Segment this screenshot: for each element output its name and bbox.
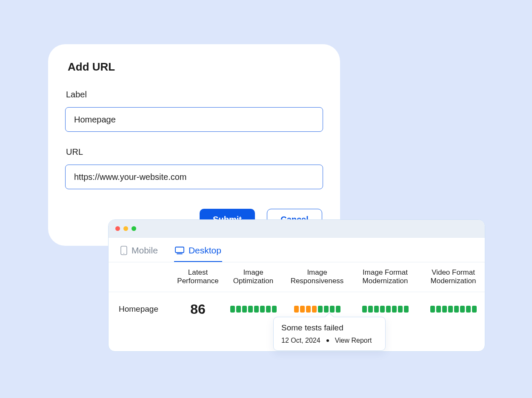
url-field-label: URL [65, 147, 323, 157]
col-head-name [109, 268, 172, 286]
status-pill [294, 306, 299, 313]
status-pill [272, 306, 277, 313]
metric-image-format [351, 306, 419, 313]
status-pill [260, 306, 265, 313]
status-pill [330, 306, 335, 313]
window-minimize-icon[interactable] [123, 226, 128, 231]
status-pill [312, 306, 317, 313]
metric-image-responsiveness [283, 306, 351, 313]
device-tabs: Mobile Desktop [109, 238, 485, 262]
desktop-icon [175, 247, 184, 254]
status-pill [374, 306, 379, 313]
column-headers: Latest Performance Image Optimization Im… [109, 262, 485, 292]
tab-desktop[interactable]: Desktop [175, 245, 221, 262]
row-performance: 86 [172, 301, 223, 317]
metric-image-optimization [223, 306, 283, 313]
status-pill [254, 306, 259, 313]
url-input[interactable] [65, 165, 323, 189]
status-pill [230, 306, 235, 313]
status-pill [306, 306, 311, 313]
status-pill [266, 306, 271, 313]
popover-date: 12 Oct, 2024 [281, 337, 320, 344]
tab-desktop-label: Desktop [189, 245, 221, 256]
window-close-icon[interactable] [115, 226, 120, 231]
window-titlebar [109, 220, 485, 238]
status-pill [380, 306, 385, 313]
metric-video-format [419, 306, 487, 313]
status-pill [336, 306, 340, 313]
view-report-link[interactable]: View Report [335, 337, 372, 344]
col-head-image-format: Image Format Modernization [351, 268, 419, 286]
add-url-card: Add URL Label URL Submit Cancel [48, 44, 340, 246]
col-head-image-optimization: Image Optimization [223, 268, 283, 286]
window-maximize-icon[interactable] [132, 226, 136, 231]
col-head-image-responsiveness: Image Responsiveness [283, 268, 351, 286]
card-title: Add URL [65, 60, 323, 74]
row-name: Homepage [109, 304, 172, 314]
separator-dot-icon [326, 339, 329, 342]
status-pill [300, 306, 305, 313]
status-pill [430, 306, 435, 313]
mobile-icon [120, 246, 127, 255]
status-pill [248, 306, 253, 313]
col-head-performance: Latest Performance [172, 268, 223, 286]
tab-mobile-label: Mobile [132, 245, 158, 256]
svg-rect-2 [175, 247, 184, 253]
status-pill [242, 306, 247, 313]
status-pill [362, 306, 367, 313]
report-window: Mobile Desktop Latest Performance Image … [108, 219, 485, 352]
status-pill [442, 306, 447, 313]
status-pill [386, 306, 391, 313]
status-pill [236, 306, 241, 313]
status-pill [460, 306, 465, 313]
svg-point-1 [123, 253, 124, 254]
status-pill [454, 306, 459, 313]
status-pill [398, 306, 403, 313]
col-head-video-format: Video Format Modernization [419, 268, 487, 286]
label-field-label: Label [65, 90, 323, 100]
status-pill [324, 306, 329, 313]
tab-mobile[interactable]: Mobile [120, 245, 158, 262]
status-pill [392, 306, 397, 313]
status-pill [368, 306, 373, 313]
status-pill [404, 306, 409, 313]
table-row: Homepage 86 Some tests failed 12 Oct, 20… [109, 292, 485, 351]
popover-title: Some tests failed [281, 323, 378, 333]
status-pill [466, 306, 471, 313]
status-pill [448, 306, 453, 313]
status-pill [436, 306, 441, 313]
label-input[interactable] [65, 107, 323, 132]
status-pill [318, 306, 323, 313]
test-result-popover: Some tests failed 12 Oct, 2024 View Repo… [273, 317, 386, 351]
status-pill [472, 306, 477, 313]
